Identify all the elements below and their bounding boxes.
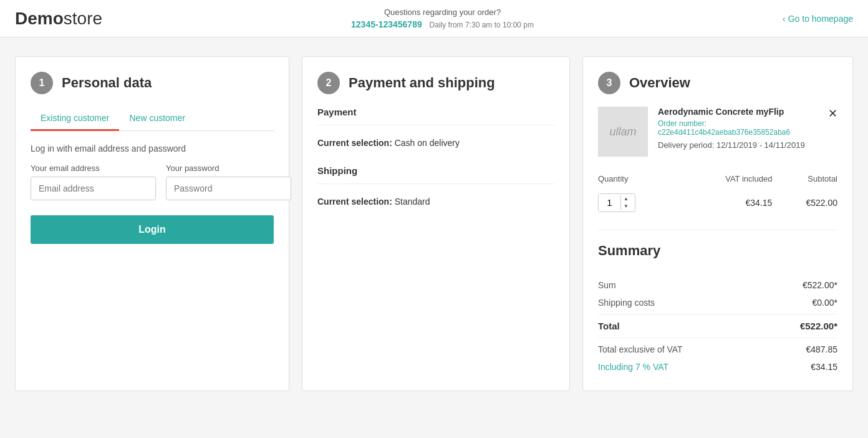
sum-value: €522.00* xyxy=(803,280,837,290)
summary-title: Summary xyxy=(598,230,837,266)
excl-vat-label: Total exclusive of VAT xyxy=(598,344,683,354)
product-name: Aerodynamic Concrete myFlip xyxy=(658,107,837,117)
quantity-stepper[interactable]: ▲ ▼ xyxy=(598,193,635,212)
homepage-link-label: Go to homepage xyxy=(788,14,853,24)
col-subtotal: Subtotal xyxy=(772,169,837,188)
shipping-selection-label: Current selection: xyxy=(317,197,392,207)
shipping-label: Shipping xyxy=(317,165,554,184)
order-number-value: c22e4d411c4b42aebab376e35852aba6 xyxy=(658,128,790,137)
payment-shipping-section: 2 Payment and shipping Payment Current s… xyxy=(302,56,570,391)
step-badge-2: 2 xyxy=(317,72,340,94)
personal-data-header: 1 Personal data xyxy=(31,72,274,94)
support-phone[interactable]: 12345-123456789 xyxy=(351,19,422,29)
step-badge-3: 3 xyxy=(598,72,620,94)
chevron-left-icon: ‹ xyxy=(783,14,786,24)
site-logo: Demostore xyxy=(15,9,102,29)
password-label: Your password xyxy=(166,163,291,173)
email-label: Your email address xyxy=(31,163,156,173)
step-badge-1: 1 xyxy=(31,72,53,94)
homepage-link-container: ‹ Go to homepage xyxy=(783,14,853,24)
tab-new-customer[interactable]: New customer xyxy=(119,107,195,131)
excl-vat-value: €487.85 xyxy=(806,344,837,354)
quantity-cell: ▲ ▼ xyxy=(598,188,675,217)
quantity-down-button[interactable]: ▼ xyxy=(621,203,631,210)
quantity-table: Quantity VAT included Subtotal ▲ ▼ xyxy=(598,169,837,217)
summary-excl-vat-row: Total exclusive of VAT €487.85 xyxy=(598,341,837,358)
payment-selection: Current selection: Cash on delivery xyxy=(317,133,554,153)
payment-header: 2 Payment and shipping xyxy=(317,72,554,94)
support-hours: Daily from 7:30 am to 10:00 pm xyxy=(430,21,534,29)
customer-tabs: Existing customer New customer xyxy=(31,107,274,131)
col-vat: VAT included xyxy=(675,169,772,188)
email-input[interactable] xyxy=(31,177,156,200)
product-row: ullam Aerodynamic Concrete myFlip Order … xyxy=(598,107,837,157)
payment-label: Payment xyxy=(317,107,554,125)
col-quantity: Quantity xyxy=(598,169,675,188)
shipping-selection: Current selection: Standard xyxy=(317,192,554,212)
summary-sum-row: Sum €522.00* xyxy=(598,276,837,294)
personal-data-section: 1 Personal data Existing customer New cu… xyxy=(15,56,289,391)
form-description: Log in with email address and password xyxy=(31,144,274,153)
vat-value: €34.15 xyxy=(811,362,837,372)
payment-title: Payment and shipping xyxy=(349,75,495,91)
quantity-input[interactable] xyxy=(599,194,620,212)
homepage-link[interactable]: ‹ Go to homepage xyxy=(783,14,853,24)
summary-shipping-row: Shipping costs €0.00* xyxy=(598,294,837,311)
product-info: Aerodynamic Concrete myFlip Order number… xyxy=(658,107,837,157)
password-input[interactable] xyxy=(166,177,291,200)
remove-product-button[interactable]: ✕ xyxy=(828,107,837,120)
vat-included-cell: €34.15 xyxy=(675,188,772,217)
delivery-period-value: 12/11/2019 - 14/11/2019 xyxy=(716,140,805,150)
personal-data-title: Personal data xyxy=(62,75,152,91)
quantity-arrows: ▲ ▼ xyxy=(620,195,631,210)
email-group: Your email address xyxy=(31,163,156,200)
payment-block: Payment Current selection: Cash on deliv… xyxy=(317,107,554,153)
summary-total-row: Total €522.00* xyxy=(598,314,837,338)
total-label: Total xyxy=(598,321,620,331)
login-button[interactable]: Login xyxy=(31,215,274,244)
overview-header: 3 Overview xyxy=(598,72,837,94)
logo-light: store xyxy=(64,9,102,28)
order-label: Order number: xyxy=(658,119,706,128)
subtotal-cell: €522.00 xyxy=(772,188,837,217)
payment-selection-label: Current selection: xyxy=(317,138,392,148)
order-number: Order number: c22e4d411c4b42aebab376e358… xyxy=(658,119,837,137)
vat-label: Including 7 % VAT xyxy=(598,362,668,372)
logo-bold: Demo xyxy=(15,9,64,28)
login-form-row: Your email address Your password xyxy=(31,163,274,200)
summary-vat-row: Including 7 % VAT €34.15 xyxy=(598,358,837,376)
tab-existing-customer[interactable]: Existing customer xyxy=(31,107,119,131)
header: Demostore Questions regarding your order… xyxy=(0,0,868,37)
delivery-period: Delivery period: 12/11/2019 - 14/11/2019 xyxy=(658,140,837,150)
shipping-selection-value: Standard xyxy=(395,197,430,207)
shipping-block: Shipping Current selection: Standard xyxy=(317,165,554,212)
table-row: ▲ ▼ €34.15 €522.00 xyxy=(598,188,837,217)
delivery-label: Delivery period: xyxy=(658,140,714,150)
quantity-up-button[interactable]: ▲ xyxy=(621,195,631,203)
support-info: Questions regarding your order? 12345-12… xyxy=(351,7,534,29)
payment-selection-value: Cash on delivery xyxy=(395,138,460,148)
overview-title: Overview xyxy=(629,75,690,91)
product-image-text: ullam xyxy=(609,125,636,139)
main-content: 1 Personal data Existing customer New cu… xyxy=(0,37,868,410)
overview-section: 3 Overview ullam Aerodynamic Concrete my… xyxy=(582,56,853,391)
total-value: €522.00* xyxy=(800,321,837,331)
shipping-cost-value: €0.00* xyxy=(813,298,837,308)
sum-label: Sum xyxy=(598,280,616,290)
shipping-cost-label: Shipping costs xyxy=(598,298,655,308)
support-title: Questions regarding your order? xyxy=(351,7,534,17)
password-group: Your password xyxy=(166,163,291,200)
product-image: ullam xyxy=(598,107,648,157)
